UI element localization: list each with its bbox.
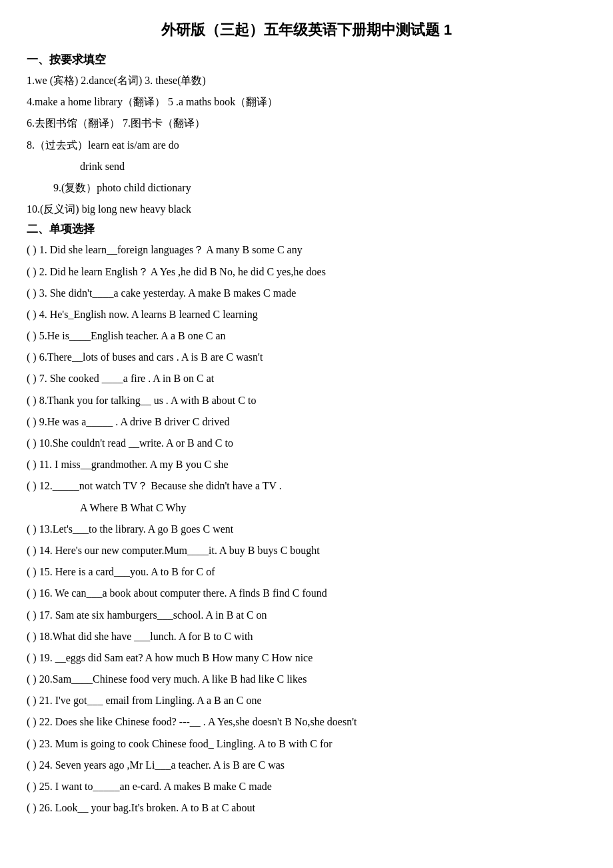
list-item: ( ) 2. Did he learn English？ A Yes ,he d… — [27, 263, 586, 281]
list-item: 9.(复数）photo child dictionary — [53, 179, 586, 197]
list-item: drink send — [80, 157, 586, 175]
list-item: 10.(反义词) big long new heavy black — [27, 200, 586, 218]
list-item: ( ) 14. Here's our new computer.Mum____i… — [27, 541, 586, 559]
section1-title: 一、按要求填空 — [27, 52, 586, 67]
list-item: ( ) 18.What did she have ___lunch. A for… — [27, 627, 586, 645]
list-item: ( ) 19. __eggs did Sam eat? A how much B… — [27, 649, 586, 667]
list-item: ( ) 12._____not watch TV？ Because she di… — [27, 477, 586, 495]
list-item: ( ) 5.He is____English teacher. A a B on… — [27, 327, 586, 345]
list-item: 1.we (宾格) 2.dance(名词) 3. these(单数) — [27, 71, 586, 89]
list-item: ( ) 3. She didn't____a cake yesterday. A… — [27, 284, 586, 302]
list-item: 4.make a home library（翻译） 5 .a maths boo… — [27, 93, 586, 111]
list-item: ( ) 7. She cooked ____a fire . A in B on… — [27, 369, 586, 387]
section2-title: 二、单项选择 — [27, 221, 586, 237]
list-item: ( ) 6.There__lots of buses and cars . A … — [27, 348, 586, 366]
list-item: ( ) 16. We can___a book about computer t… — [27, 584, 586, 602]
list-item: 6.去图书馆（翻译） 7.图书卡（翻译） — [27, 114, 586, 132]
list-item: ( ) 23. Mum is going to cook Chinese foo… — [27, 735, 586, 753]
list-item: ( ) 13.Let's___to the library. A go B go… — [27, 520, 586, 538]
list-item: ( ) 11. I miss__grandmother. A my B you … — [27, 455, 586, 473]
list-item: ( ) 22. Does she like Chinese food? ---_… — [27, 713, 586, 731]
list-item: ( ) 4. He's_English now. A learns B lear… — [27, 305, 586, 323]
list-item: ( ) 21. I've got___ email from Lingling.… — [27, 691, 586, 709]
list-item: ( ) 17. Sam ate six hamburgers___school.… — [27, 606, 586, 624]
list-item: ( ) 9.He was a_____ . A drive B driver C… — [27, 413, 586, 431]
list-item: ( ) 24. Seven years ago ,Mr Li___a teach… — [27, 756, 586, 774]
list-item: ( ) 10.She couldn't read __write. A or B… — [27, 434, 586, 452]
list-item: 8.（过去式）learn eat is/am are do — [27, 136, 586, 154]
list-item: A Where B What C Why — [80, 499, 586, 517]
list-item: ( ) 1. Did she learn__foreign languages？… — [27, 241, 586, 259]
list-item: ( ) 25. I want to_____an e-card. A makes… — [27, 777, 586, 795]
list-item: ( ) 26. Look__ your bag.It's broken. A t… — [27, 799, 586, 817]
page-title: 外研版（三起）五年级英语下册期中测试题 1 — [27, 20, 586, 40]
list-item: ( ) 8.Thank you for talking__ us . A wit… — [27, 391, 586, 409]
list-item: ( ) 15. Here is a card___you. A to B for… — [27, 563, 586, 581]
list-item: ( ) 20.Sam____Chinese food very much. A … — [27, 670, 586, 688]
